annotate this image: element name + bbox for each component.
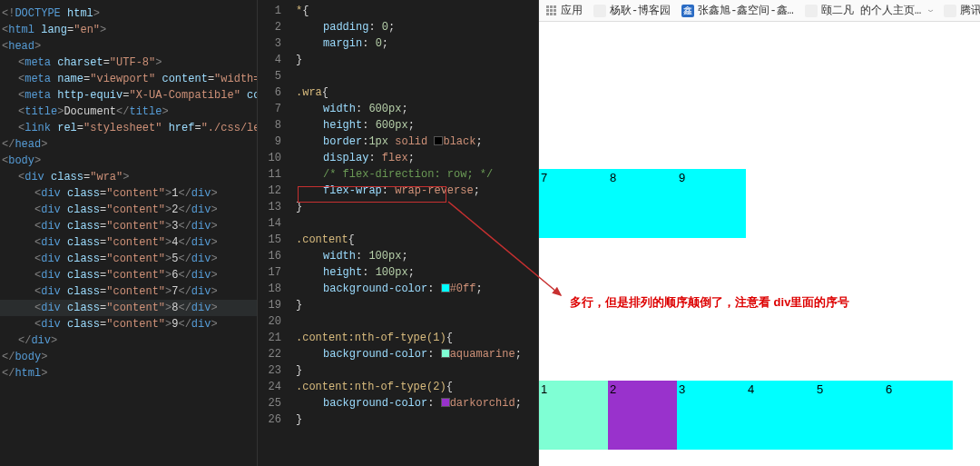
bookmark-label: 颐二凡 的个人主页… xyxy=(821,3,921,18)
html-line[interactable]: </body> xyxy=(0,349,257,365)
html-line[interactable]: <!DOCTYPE html> xyxy=(0,5,257,22)
html-line[interactable]: <div class="wra"> xyxy=(0,169,257,185)
css-line[interactable]: } xyxy=(290,297,538,313)
browser-content: 789 123456 多行，但是排列的顺序颠倒了，注意看 div里面的序号 xyxy=(539,22,980,464)
css-editor-pane[interactable]: 1234567891011121314151617181920212223242… xyxy=(258,0,539,466)
favicon-icon: 鑫 xyxy=(681,5,694,17)
css-line[interactable]: } xyxy=(290,411,538,428)
line-number: 7 xyxy=(258,101,290,117)
line-number: 21 xyxy=(258,330,290,346)
html-line[interactable]: <div class="content">2</div> xyxy=(0,202,257,218)
html-line[interactable]: <div class="content">8</div> xyxy=(0,300,257,316)
line-number: 19 xyxy=(258,297,290,313)
line-number: 14 xyxy=(258,215,290,232)
apps-icon xyxy=(546,5,557,16)
line-number: 9 xyxy=(258,134,290,150)
html-line[interactable]: <meta charset="UTF-8"> xyxy=(0,55,257,71)
line-number: 12 xyxy=(258,183,290,199)
flex-row-top: 789 xyxy=(539,169,746,238)
css-line[interactable]: height: 600px; xyxy=(290,117,538,134)
line-number: 11 xyxy=(258,166,290,183)
html-line[interactable]: </head> xyxy=(0,136,257,153)
html-line[interactable]: <body> xyxy=(0,153,257,169)
css-line[interactable]: flex-wrap: wrap-reverse; xyxy=(290,183,538,199)
line-number: 24 xyxy=(258,379,290,395)
line-number: 4 xyxy=(258,52,290,68)
flex-box: 8 xyxy=(608,169,677,238)
bookmark-label: 杨耿-博客园 xyxy=(610,3,671,18)
line-number: 6 xyxy=(258,84,290,101)
css-line[interactable]: width: 600px; xyxy=(290,101,538,117)
annotation-text: 多行，但是排列的顺序颠倒了，注意看 div里面的序号 xyxy=(570,294,849,311)
css-line[interactable]: .content:nth-of-type(2){ xyxy=(290,379,538,395)
flex-box: 7 xyxy=(539,169,608,238)
line-number: 23 xyxy=(258,362,290,379)
css-line[interactable]: .content{ xyxy=(290,232,538,248)
favicon-icon xyxy=(593,5,606,17)
line-number: 5 xyxy=(258,68,290,84)
css-line[interactable] xyxy=(290,215,538,232)
html-line[interactable]: <title>Document</title> xyxy=(0,104,257,120)
css-line[interactable] xyxy=(290,68,538,84)
html-line[interactable]: <div class="content">5</div> xyxy=(0,251,257,267)
css-line[interactable]: padding: 0; xyxy=(290,19,538,35)
bookmark-item[interactable]: 鑫张鑫旭-鑫空间-鑫… xyxy=(681,3,794,18)
css-line[interactable]: background-color: aquamarine; xyxy=(290,346,538,362)
line-number: 26 xyxy=(258,411,290,428)
bookmark-label: 应用 xyxy=(561,3,583,18)
html-line[interactable]: <div class="content">9</div> xyxy=(0,316,257,332)
line-number: 10 xyxy=(258,150,290,166)
flex-box: 9 xyxy=(677,169,746,238)
line-number: 3 xyxy=(258,35,290,52)
css-line[interactable] xyxy=(290,313,538,330)
html-line[interactable]: <div class="content">7</div> xyxy=(0,283,257,300)
html-line[interactable]: </div> xyxy=(0,332,257,349)
line-number: 2 xyxy=(258,19,290,35)
css-line[interactable]: /* flex-direction: row; */ xyxy=(290,166,538,183)
css-line[interactable]: width: 100px; xyxy=(290,248,538,264)
css-line[interactable]: display: flex; xyxy=(290,150,538,166)
favicon-icon xyxy=(805,5,818,17)
html-editor-pane[interactable]: <!DOCTYPE html><html lang="en"><head><me… xyxy=(0,0,258,466)
css-line[interactable]: .content:nth-of-type(1){ xyxy=(290,330,538,346)
css-line[interactable]: .wra{ xyxy=(290,84,538,101)
flex-row-bottom: 123456 xyxy=(539,381,953,450)
html-line[interactable]: <meta name="viewport" content="width=de xyxy=(0,71,257,87)
css-line[interactable]: } xyxy=(290,362,538,379)
line-number: 20 xyxy=(258,313,290,330)
css-line[interactable]: margin: 0; xyxy=(290,35,538,52)
flex-box: 3 xyxy=(677,381,746,450)
css-line[interactable]: background-color: darkorchid; xyxy=(290,395,538,411)
bookmark-item[interactable]: 杨耿-博客园 xyxy=(593,3,671,18)
html-line[interactable]: <meta http-equiv="X-UA-Compatible" cont xyxy=(0,87,257,104)
css-line[interactable]: } xyxy=(290,199,538,215)
css-line[interactable]: height: 100px; xyxy=(290,264,538,281)
line-number: 25 xyxy=(258,395,290,411)
html-line[interactable]: </html> xyxy=(0,365,257,382)
css-line[interactable]: *{ xyxy=(290,3,538,19)
html-line[interactable]: <div class="content">3</div> xyxy=(0,218,257,234)
line-number: 8 xyxy=(258,117,290,134)
bookmark-label: 腾讯课堂_专业的在 xyxy=(960,3,980,18)
flex-box: 6 xyxy=(884,381,953,450)
css-line[interactable]: background-color: #0ff; xyxy=(290,281,538,297)
css-line[interactable]: border:1px solid black; xyxy=(290,134,538,150)
html-line[interactable]: <html lang="en"> xyxy=(0,22,257,38)
html-line[interactable]: <div class="content">4</div> xyxy=(0,234,257,251)
line-number: 15 xyxy=(258,232,290,248)
html-line[interactable]: <div class="content">1</div> xyxy=(0,185,257,202)
bookmark-item[interactable]: 颐二凡 的个人主页… xyxy=(805,3,934,18)
html-line[interactable]: <head> xyxy=(0,38,257,55)
html-line[interactable]: <div class="content">6</div> xyxy=(0,267,257,283)
line-number: 13 xyxy=(258,199,290,215)
line-number: 17 xyxy=(258,264,290,281)
bookmark-item[interactable]: 应用 xyxy=(546,3,583,18)
line-number: 22 xyxy=(258,346,290,362)
html-line[interactable]: <link rel="stylesheet" href="./css/les2 xyxy=(0,120,257,136)
css-line[interactable]: } xyxy=(290,52,538,68)
browser-preview-pane: 应用杨耿-博客园鑫张鑫旭-鑫空间-鑫…颐二凡 的个人主页…腾讯课堂_专业的在 7… xyxy=(539,0,980,466)
bookmark-item[interactable]: 腾讯课堂_专业的在 xyxy=(944,3,980,18)
line-number: 16 xyxy=(258,248,290,264)
flex-box: 5 xyxy=(815,381,884,450)
flex-box: 1 xyxy=(539,381,608,450)
